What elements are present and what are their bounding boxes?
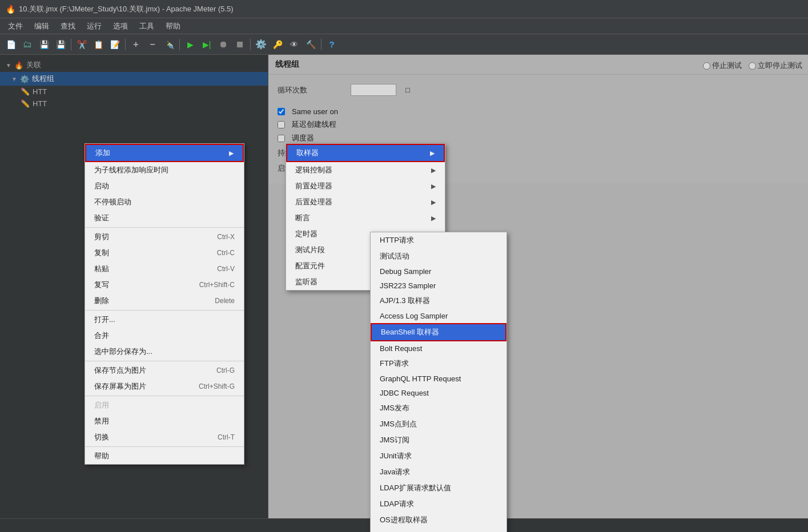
toolbar-copy[interactable]: 📋 [91, 37, 106, 52]
ctx-sampler[interactable]: 取样器 ▶ [286, 144, 445, 162]
ctx-pre-processor[interactable]: 前置处理器 ▶ [286, 178, 445, 194]
ctx-toggle-shortcut: Ctrl-T [218, 433, 235, 441]
toolbar-hammer[interactable]: 🔨 [303, 37, 318, 52]
title-bar: 🔥 10.关联.jmx (F:\JMeter_Study\10.关联.jmx) … [0, 0, 808, 18]
toolbar-stop-circle[interactable]: ⏺ [216, 37, 231, 52]
menu-options[interactable]: 选项 [108, 20, 132, 33]
menu-run[interactable]: 运行 [82, 20, 106, 33]
toolbar-play[interactable]: ▶ [183, 37, 198, 52]
toolbar-sep-4 [250, 39, 251, 50]
ctx-save-screen-img[interactable]: 保存屏幕为图片 Ctrl+Shift-G [85, 378, 244, 394]
menu-tools[interactable]: 工具 [135, 20, 159, 33]
ctx-duplicate[interactable]: 复写 Ctrl+Shift-C [85, 277, 244, 293]
ctx-ldap-request[interactable]: LDAP请求 [371, 496, 506, 512]
menu-file[interactable]: 文件 [3, 20, 27, 33]
ctx-cut-label: 剪切 [94, 232, 109, 242]
ctx-beanshell-sampler[interactable]: BeanShell 取样器 [371, 323, 506, 341]
ctx-add[interactable]: 添加 ▶ [85, 144, 244, 162]
ctx-debug-sampler-label: Debug Sampler [380, 267, 431, 276]
menu-edit[interactable]: 编辑 [30, 20, 54, 33]
ctx-jms-subscribe-label: JMS订阅 [380, 435, 409, 445]
ctx-test-fragment-label: 测试片段 [295, 245, 325, 255]
ctx-disable[interactable]: 禁用 [85, 413, 244, 429]
toolbar-glasses[interactable]: 👁 [287, 37, 302, 52]
ctx-logic-ctrl-label: 逻辑控制器 [295, 165, 332, 175]
ctx-http-request[interactable]: HTTP请求 [371, 232, 506, 248]
ctx-os-process[interactable]: OS进程取样器 [371, 512, 506, 528]
ctx-merge[interactable]: 合并 [85, 328, 244, 344]
toolbar-stop[interactable]: ⏹ [232, 37, 247, 52]
toolbar-save[interactable]: 💾 [37, 37, 51, 52]
ctx-bolt-request[interactable]: Bolt Request [371, 341, 506, 356]
ctx-graphql-http[interactable]: GraphQL HTTP Request [371, 372, 506, 386]
toolbar-gear[interactable]: ⚙️ [254, 37, 268, 52]
ctx-sep-3 [85, 361, 244, 361]
ctx-sep-4 [85, 396, 244, 396]
ctx-start-no-pause[interactable]: 不停顿启动 [85, 194, 244, 210]
ctx-save-selected[interactable]: 选中部分保存为... [85, 344, 244, 360]
menu-find[interactable]: 查找 [56, 20, 80, 33]
ctx-logic-ctrl[interactable]: 逻辑控制器 ▶ [286, 162, 445, 178]
ctx-access-log-sampler-label: Access Log Sampler [380, 312, 448, 320]
ctx-jms-publish[interactable]: JMS发布 [371, 400, 506, 416]
context-menu-main: 添加 ▶ 为子线程添加响应时间 启动 不停顿启动 验证 剪切 Ctrl-X 复制… [85, 143, 244, 465]
ctx-graphql-http-label: GraphQL HTTP Request [380, 374, 461, 383]
ctx-post-processor-label: 后置处理器 [295, 197, 332, 207]
toolbar-play-no-pause[interactable]: ▶| [199, 37, 214, 52]
toolbar-sep-2 [125, 39, 126, 50]
ctx-enable-label: 启用 [94, 400, 109, 410]
ctx-ldap-request-label: LDAP请求 [380, 499, 414, 509]
ctx-cut[interactable]: 剪切 Ctrl-X [85, 229, 244, 245]
ctx-listener-label: 监听器 [295, 277, 317, 287]
ctx-ajp-sampler[interactable]: AJP/1.3 取样器 [371, 293, 506, 309]
ctx-junit-request[interactable]: JUnit请求 [371, 448, 506, 464]
menu-help[interactable]: 帮助 [161, 20, 185, 33]
ctx-debug-sampler[interactable]: Debug Sampler [371, 264, 506, 279]
toolbar-collapse[interactable]: − [145, 37, 160, 52]
ctx-paste-shortcut: Ctrl-V [217, 265, 235, 273]
ctx-access-log-sampler[interactable]: Access Log Sampler [371, 309, 506, 323]
ctx-add-response-time[interactable]: 为子线程添加响应时间 [85, 162, 244, 178]
ctx-delete[interactable]: 删除 Delete [85, 293, 244, 309]
toolbar-save2[interactable]: 💾 [53, 37, 68, 52]
ctx-jms-p2p[interactable]: JMS点到点 [371, 416, 506, 432]
toolbar-key[interactable]: 🔑 [270, 37, 285, 52]
ctx-enable: 启用 [85, 397, 244, 413]
menu-bar: 文件 编辑 查找 运行 选项 工具 帮助 [0, 18, 808, 34]
ctx-paste[interactable]: 粘贴 Ctrl-V [85, 261, 244, 277]
ctx-ldap-ext[interactable]: LDAP扩展请求默认值 [371, 480, 506, 496]
toolbar-paste[interactable]: 📝 [107, 37, 122, 52]
ctx-help[interactable]: 帮助 [85, 448, 244, 464]
title-text: 10.关联.jmx (F:\JMeter_Study\10.关联.jmx) - … [19, 4, 234, 14]
ctx-smtp-sampler[interactable]: SMTP取样器 [371, 528, 506, 532]
toolbar-help[interactable]: ? [324, 37, 339, 52]
ctx-ldap-ext-label: LDAP扩展请求默认值 [380, 483, 451, 493]
ctx-validate[interactable]: 验证 [85, 210, 244, 226]
ctx-save-node-shortcut: Ctrl-G [216, 366, 235, 374]
ctx-jdbc-request[interactable]: JDBC Request [371, 386, 506, 400]
ctx-jms-subscribe[interactable]: JMS订阅 [371, 432, 506, 448]
ctx-jms-p2p-label: JMS点到点 [380, 419, 417, 429]
ctx-assertion[interactable]: 断言 ▶ [286, 210, 445, 226]
ctx-save-node-img[interactable]: 保存节点为图片 Ctrl-G [85, 362, 244, 378]
ctx-open[interactable]: 打开... [85, 312, 244, 328]
ctx-add-label: 添加 [95, 148, 110, 158]
toolbar-edit[interactable]: ✒️ [162, 37, 176, 52]
ctx-ftp-request[interactable]: FTP请求 [371, 356, 506, 372]
ctx-post-processor[interactable]: 后置处理器 ▶ [286, 194, 445, 210]
toolbar-expand[interactable]: + [128, 37, 143, 52]
ctx-test-action[interactable]: 测试活动 [371, 248, 506, 264]
toolbar-new[interactable]: 📄 [3, 37, 18, 52]
ctx-start[interactable]: 启动 [85, 178, 244, 194]
ctx-copy[interactable]: 复制 Ctrl-C [85, 245, 244, 261]
ctx-merge-label: 合并 [94, 331, 109, 341]
toolbar-cut[interactable]: ✂️ [74, 37, 89, 52]
ctx-toggle[interactable]: 切换 Ctrl-T [85, 429, 244, 445]
ctx-toggle-label: 切换 [94, 432, 109, 442]
ctx-cut-shortcut: Ctrl-X [217, 233, 235, 241]
ctx-sampler-arrow: ▶ [430, 150, 435, 157]
ctx-jms-publish-label: JMS发布 [380, 403, 409, 413]
toolbar-open[interactable]: 🗂 [20, 37, 35, 52]
ctx-jsr223-sampler[interactable]: JSR223 Sampler [371, 279, 506, 293]
ctx-java-request[interactable]: Java请求 [371, 464, 506, 480]
